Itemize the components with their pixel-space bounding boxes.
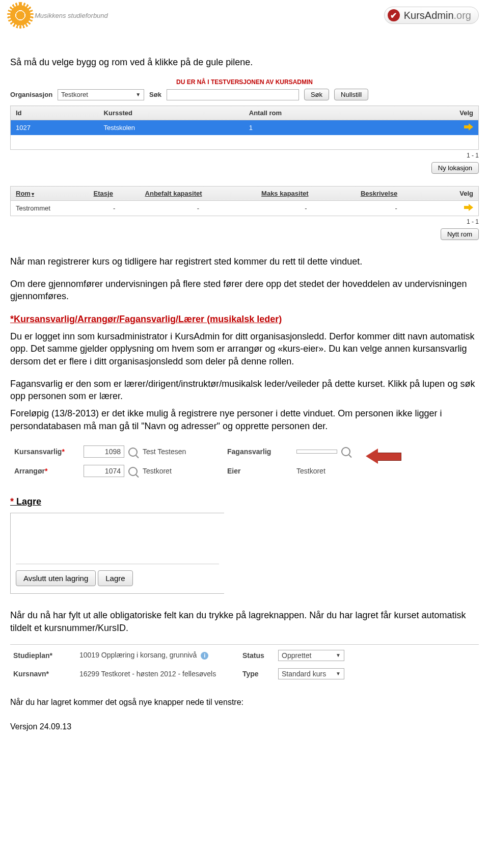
- select-arrow-icon[interactable]: [464, 204, 473, 211]
- table1-footer: 1 - 1 Ny lokasjon: [10, 152, 479, 174]
- reset-button[interactable]: Nullstill: [334, 89, 368, 100]
- col-rom[interactable]: Rom▾: [11, 186, 89, 200]
- table2-footer: 1 - 1 Nytt rom: [10, 218, 479, 240]
- cell-anb: -: [140, 200, 257, 216]
- search-panel: DU ER NÅ I TESTVERSJONEN AV KURSADMIN Or…: [10, 78, 479, 240]
- para-5: Foreløpig (13/8-2013) er det ikke mulig …: [10, 407, 479, 432]
- type-label: Type: [242, 670, 278, 678]
- right-logo-main: KursAdmin: [404, 10, 454, 21]
- table-row[interactable]: Testrommet - - - -: [11, 200, 479, 216]
- chevron-down-icon: ▼: [336, 652, 341, 658]
- kursansvarlig-label: Kursansvarlig*: [14, 448, 80, 456]
- org-dropdown-value: Testkoret: [61, 91, 88, 98]
- arrangor-name: Testkoret: [143, 467, 224, 475]
- lagre-box: Avslutt uten lagring Lagre: [10, 513, 224, 594]
- cell-id: 1027: [11, 120, 99, 136]
- para-6: Når du nå har fylt ut alle obligatoriske…: [10, 609, 479, 634]
- search-label: Søk: [149, 91, 161, 98]
- search-button[interactable]: Søk: [304, 89, 329, 100]
- para-7: Når du har lagret kommer det også nye kn…: [10, 698, 479, 707]
- section-heading-red: *Kursansvarlig/Arrangør/Fagansvarlig/Lær…: [10, 313, 479, 325]
- kursnavn-label: Kursnavn*: [13, 670, 79, 678]
- search-input[interactable]: [167, 89, 299, 100]
- location-table: Id Kurssted Antall rom Velg 1027 Testsko…: [10, 106, 479, 150]
- right-logo: ✔ KursAdmin.org: [384, 7, 479, 24]
- col-velg: Velg: [394, 106, 479, 120]
- status-panel-wrap: Studieplan* 10019 Opplæring i korsang, g…: [10, 644, 479, 682]
- cell-besk: -: [356, 200, 437, 216]
- col-velg2: Velg: [437, 186, 479, 200]
- col-beskrivelse[interactable]: Beskrivelse: [356, 186, 437, 200]
- eier-name: Testkoret: [296, 467, 363, 475]
- chevron-down-icon: ▼: [135, 92, 141, 97]
- col-antallrom[interactable]: Antall rom: [244, 106, 394, 120]
- arrangor-id-input[interactable]: 1074: [84, 465, 124, 477]
- attention-arrow-icon: [366, 449, 401, 464]
- search-icon[interactable]: [128, 448, 138, 457]
- status-dropdown[interactable]: Opprettet ▼: [278, 650, 344, 661]
- studieplan-value: 10019 Opplæring i korsang, grunnivå i: [79, 651, 242, 660]
- fagansvarlig-cell: [296, 447, 363, 456]
- kursansvarlig-id-cell: 1098: [84, 445, 140, 458]
- cell-etasje: -: [89, 200, 140, 216]
- search-icon[interactable]: [341, 447, 350, 456]
- sun-icon: [10, 5, 31, 25]
- type-dropdown-value: Standard kurs: [282, 670, 326, 678]
- right-logo-text: KursAdmin.org: [404, 10, 471, 21]
- save-button[interactable]: Lagre: [98, 570, 132, 586]
- col-anbefalt[interactable]: Anbefalt kapasitet: [140, 186, 257, 200]
- para-2a: Når man registrerer kurs og tidligere ha…: [10, 255, 479, 268]
- cancel-button[interactable]: Avslutt uten lagring: [16, 570, 96, 586]
- status-dropdown-value: Opprettet: [282, 651, 311, 660]
- info-icon[interactable]: i: [201, 652, 208, 660]
- right-logo-suffix: .org: [454, 10, 471, 21]
- type-dropdown[interactable]: Standard kurs ▼: [278, 668, 344, 679]
- status-label: Status: [242, 651, 278, 660]
- new-room-button[interactable]: Nytt rom: [441, 228, 479, 240]
- cell-rom: 1: [244, 120, 394, 136]
- col-etasje[interactable]: Etasje: [89, 186, 140, 200]
- heading-red-text: *Kursansvarlig/Arrangør/Fagansvarlig/Lær…: [10, 314, 282, 324]
- type-value-cell: Standard kurs ▼: [278, 668, 360, 679]
- chevron-down-icon: ▼: [336, 671, 341, 676]
- para-4: Fagansvarlig er den som er lærer/dirigen…: [10, 378, 479, 403]
- table2-count: 1 - 1: [10, 218, 479, 225]
- room-table: Rom▾ Etasje Anbefalt kapasitet Maks kapa…: [10, 186, 479, 216]
- left-logo-text: Musikkens studieforbund: [35, 12, 108, 19]
- table-row[interactable]: 1027 Testskolen 1: [11, 120, 479, 136]
- col-maks[interactable]: Maks kapasitet: [256, 186, 356, 200]
- fagansvarlig-label: Fagansvarlig: [227, 448, 293, 456]
- col-id[interactable]: Id: [11, 106, 99, 120]
- new-location-button[interactable]: Ny lokasjon: [431, 162, 479, 174]
- eier-label: Eier: [227, 467, 293, 475]
- studieplan-label: Studieplan*: [13, 651, 79, 660]
- roles-form-panel: Kursansvarlig* 1098 Test Testesen Fagans…: [10, 442, 479, 480]
- kursansvarlig-id-input[interactable]: 1098: [84, 445, 124, 458]
- filter-icon[interactable]: ▾: [32, 191, 34, 197]
- status-value-cell: Opprettet ▼: [278, 650, 360, 661]
- check-icon: ✔: [388, 9, 400, 21]
- para-3: Du er logget inn som kursadministrator i…: [10, 330, 479, 367]
- page-header: Musikkens studieforbund ✔ KursAdmin.org: [10, 5, 479, 25]
- arrangor-id-cell: 1074: [84, 465, 140, 477]
- col-kurssted[interactable]: Kurssted: [99, 106, 244, 120]
- kursansvarlig-name: Test Testesen: [143, 448, 224, 456]
- cell-maks: -: [256, 200, 356, 216]
- search-icon[interactable]: [128, 467, 138, 476]
- table-row-empty: [11, 135, 479, 149]
- org-label: Organisasjon: [10, 91, 52, 98]
- test-banner: DU ER NÅ I TESTVERSJONEN AV KURSADMIN: [10, 78, 479, 86]
- para-2b: Om dere gjennomfører undervisningen på f…: [10, 278, 479, 303]
- kursnavn-value: 16299 Testkoret - høsten 2012 - fellesøv…: [79, 670, 242, 678]
- table1-count: 1 - 1: [10, 152, 479, 159]
- select-arrow-icon[interactable]: [464, 123, 473, 130]
- fagansvarlig-id-input[interactable]: [296, 450, 337, 454]
- lagre-heading: * * LagreLagre: [10, 495, 479, 508]
- arrangor-label: Arrangør*: [14, 467, 80, 475]
- org-dropdown[interactable]: Testkoret ▼: [58, 89, 144, 100]
- cell-rom2: Testrommet: [11, 200, 89, 216]
- cell-sted: Testskolen: [99, 120, 244, 136]
- version-text: Versjon 24.09.13: [10, 722, 479, 731]
- divider: [16, 564, 219, 564]
- col-rom-label: Rom: [16, 190, 31, 197]
